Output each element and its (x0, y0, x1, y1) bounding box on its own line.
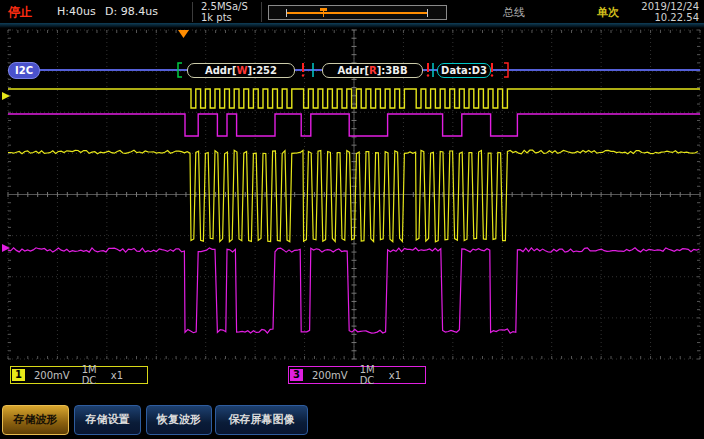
channel-3-coupling: 1M DC (360, 364, 389, 386)
channel-1-probe: x1 (111, 370, 123, 381)
channel-1-trace (8, 150, 698, 242)
channel-3-probe: x1 (389, 370, 401, 381)
decode-error-marker-icon (302, 74, 304, 76)
decode-error-marker-icon (491, 74, 493, 76)
channel-1-badge: 1 (12, 369, 25, 381)
decode-frame-addr-read: Addr[R]:3BB (322, 63, 423, 78)
channel-1-scale: 200mV (34, 370, 70, 381)
frame-text: Data:D3 (441, 65, 487, 76)
channel-1-coupling: 1M DC (82, 364, 111, 386)
channel-1-position-marker-icon[interactable] (2, 92, 10, 100)
frame-text: Addr[ (205, 65, 237, 76)
menu-recall-waveform[interactable]: 恢复波形 (146, 405, 212, 435)
frame-text: Addr[ (337, 65, 369, 76)
oscilloscope-screen: 停止 H:40us D: 98.4us 2.5MSa/S 1k pts 总线 单… (0, 0, 704, 439)
menu-save-waveform[interactable]: 存储波形 (2, 405, 69, 435)
menu-save-screen-image[interactable]: 保存屏幕图像 (215, 405, 308, 435)
frame-text: ]:3BB (377, 65, 408, 76)
decode-frame-data: Data:D3 (437, 63, 491, 78)
decode-error-marker-icon (427, 74, 429, 76)
frame-rw-flag: W (237, 65, 248, 76)
channel-3-badge: 3 (290, 369, 303, 381)
i2c-bus-badge[interactable]: I2C (8, 62, 40, 79)
channel-3-readout[interactable]: 3 200mV 1M DC x1 (288, 366, 426, 384)
decode-frame-addr-write: Addr[W]:252 (187, 63, 295, 78)
channel-3-scale: 200mV (312, 370, 348, 381)
trigger-position-marker-icon[interactable] (178, 30, 189, 38)
frame-rw-flag: R (369, 65, 377, 76)
menu-storage-settings[interactable]: 存储设置 (74, 405, 141, 435)
channel-1-readout[interactable]: 1 200mV 1M DC x1 (10, 366, 148, 384)
frame-text: ]:252 (248, 65, 277, 76)
